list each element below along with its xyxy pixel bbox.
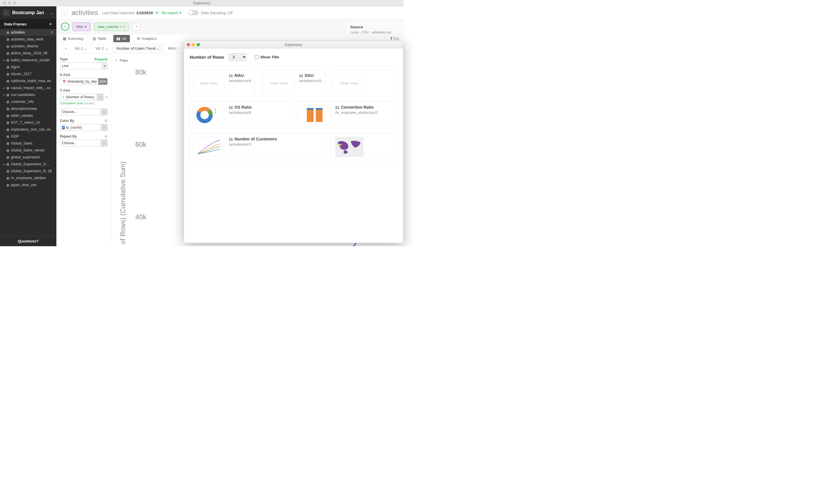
reimport-button[interactable]: Re-import ▾ <box>162 11 181 15</box>
project-back-button[interactable]: ‹ <box>3 9 10 16</box>
sidebar-item-edarf-sample[interactable]: ▦edarf_sample <box>0 112 56 119</box>
yaxis-dropdown[interactable]: #(Number of Rows)– <box>60 94 103 101</box>
table-icon: ▦ <box>6 162 9 166</box>
colorby-dropdown[interactable]: Fip_country– <box>60 124 107 131</box>
sidebar-item-csv-candidates[interactable]: ▸▦csv-candidates <box>0 91 56 98</box>
yaxis-add-dropdown[interactable]: Choose...– <box>60 108 107 115</box>
tab-viz[interactable]: ▮▮Viz <box>114 35 130 42</box>
viz-card-path: /hr_employee_attrition/viz/3 <box>335 111 378 115</box>
sidebar-item-activities-data-wide[interactable]: ▦activities_data_wide <box>0 36 56 43</box>
tab-analytics[interactable]: ⚙Analytics <box>135 34 158 43</box>
sidebar-item-global-superstore-r--16[interactable]: ▦Global_Superstore_R..16 <box>0 168 56 174</box>
dataframe-name: airline_delay_2016_08 <box>11 51 47 55</box>
new-column-step[interactable]: new_column > 1 <box>94 23 129 31</box>
sidebar-item-airline-delay-2016-08[interactable]: ▦airline_delay_2016_08 <box>0 50 56 57</box>
svg-rect-17 <box>316 109 322 122</box>
viz-picker-popup: Exploratory Number of Rows 3 Show Title … <box>184 41 404 243</box>
viz-tab-active[interactable]: Number of Users Trend ⌄ <box>113 43 164 54</box>
expand-icon: ▸ <box>3 87 6 89</box>
colorby-gear-icon[interactable]: ⚙ <box>104 119 107 123</box>
sidebar-item-bitcoin-2017[interactable]: ▦bitcoin_2017 <box>0 70 56 77</box>
sidebar-item-hr-employee-attrition[interactable]: ▦hr_employee_attrition <box>0 174 56 181</box>
viz-card-title: MAU <box>234 73 244 78</box>
show-title-checkbox[interactable] <box>255 55 259 59</box>
viz-tab-2[interactable]: Viz 2 ⌄ <box>91 43 112 54</box>
table-icon: ▦ <box>6 183 9 187</box>
viz-card-mau[interactable]: Single Value ▮▮MAU/activities/viz/4 <box>190 70 255 97</box>
svg-rect-20 <box>339 144 342 146</box>
hamburger-icon[interactable]: ≡ <box>51 30 53 34</box>
filter-step[interactable]: filter ▾ <box>72 23 91 31</box>
viz-card-convertion[interactable]: ▮▮Convertion Ratio/hr_employee_attrition… <box>296 102 397 128</box>
sidebar-item-causal-impact-web---ss[interactable]: ▸▦causal_impact_web_..ss <box>0 85 56 91</box>
dataframe-name: Global_Sales_nendo <box>11 148 44 152</box>
dataframe-name: Global_Sales <box>11 141 32 145</box>
sidebar-item-japan-time-use[interactable]: ▦japan_time_use <box>0 181 56 189</box>
xaxis-dropdown[interactable]: 📅timestamp_by_dayMON <box>60 78 107 85</box>
single-value-thumb: Single Value <box>333 73 365 93</box>
property-link[interactable]: Property <box>95 58 107 61</box>
analytics-icon: ⚙ <box>137 36 140 41</box>
viz-card-title: OS Ratio <box>234 105 252 109</box>
viz-card-map[interactable] <box>330 134 397 160</box>
sidebar-item-global-superstore-o----[interactable]: ▸▦Global_Superstore_O.... <box>0 161 56 168</box>
dataframe-name: descriptionsnew <box>11 107 37 111</box>
tab-summary[interactable]: ▦Summary <box>61 34 86 43</box>
sidebar-item-est-t-select-14[interactable]: ▦EST_T_select_14 <box>0 119 56 126</box>
chart-icon: ▮▮ <box>116 36 120 41</box>
sidebar-item-ballot-measures-cluster[interactable]: ▸▦ballot_measures_cluster <box>0 57 56 64</box>
viz-card-dau[interactable]: Single Value ▮▮DAU/activities/viz/5 <box>260 70 325 97</box>
dataframe-name: activities_data_wide <box>11 37 43 41</box>
back-button[interactable]: ‹ <box>61 9 67 16</box>
project-dropdown-button[interactable]: ⌄ <box>50 11 54 15</box>
date-icon: 📅 <box>62 80 66 83</box>
add-dataframe-button[interactable]: ＋ <box>49 22 52 27</box>
sidebar-item-customer-info[interactable]: ▦customer_info <box>0 98 56 105</box>
sidebar-item-global-sales[interactable]: ▦Global_Sales <box>0 140 56 147</box>
add-filter-button[interactable]: ＋ <box>114 58 118 63</box>
sidebar-item-bigml[interactable]: ▦bigml <box>0 64 56 70</box>
dataframe-name: exploratory_test_corr..on <box>11 128 51 132</box>
svg-rect-14 <box>215 112 216 113</box>
viz-card-extra-1[interactable]: Single Value <box>330 70 397 97</box>
sidebar-item-gdp[interactable]: ▦GDP <box>0 133 56 140</box>
add-viz-button[interactable]: ＋ <box>61 44 70 54</box>
expand-icon: ▸ <box>3 163 6 166</box>
dataframe-name: Global_Superstore_O.... <box>11 162 50 166</box>
rows-label: Number of Rows <box>190 55 224 60</box>
sidebar-item-descriptionsnew[interactable]: ▦descriptionsnew <box>0 105 56 112</box>
sampling-toggle[interactable] <box>188 10 199 15</box>
sidebar-item-activities[interactable]: ▦activities≡ <box>0 29 56 36</box>
xaxis-label: X Axis <box>60 73 70 77</box>
add-step-button[interactable]: ＋ <box>132 23 140 31</box>
repeatby-dropdown[interactable]: Choose...– <box>60 140 107 146</box>
sidebar: ‹ Bootcamp Jan ⌄ Data Frames ＋ ▦activiti… <box>0 6 56 246</box>
tab-table[interactable]: ▤Table <box>91 34 108 43</box>
project-name: Bootcamp Jan <box>12 10 50 15</box>
sidebar-item-exploratory-test-corr--on[interactable]: ▦exploratory_test_corr..on <box>0 126 56 133</box>
sidebar-item-global-sales-nendo[interactable]: ▦Global_Sales_nendo <box>0 147 56 154</box>
sidebar-item-california-ballot-mea--es[interactable]: ▦california_ballot_mea..es <box>0 77 56 85</box>
viz-tab-mau[interactable]: MAU <box>164 43 181 54</box>
repeatby-gear-icon[interactable]: ⚙ <box>104 134 107 138</box>
dataframe-name: activities <box>11 30 25 34</box>
dataframe-name: global_superstore <box>11 155 40 159</box>
dataframe-name: Global_Superstore_R..16 <box>11 169 52 173</box>
chart-type-dropdown[interactable]: Line▾ <box>60 62 107 69</box>
table-icon: ▦ <box>6 38 9 41</box>
viz-tab-1[interactable]: Viz 1 ⌄ <box>70 43 91 54</box>
refresh-icon: ⟳ <box>156 11 159 15</box>
dataframe-name: activities_lifetime <box>11 44 38 48</box>
table-icon: ▦ <box>6 31 9 34</box>
pipeline-start-button[interactable]: ＋ <box>61 23 69 31</box>
sidebar-item-global-superstore[interactable]: ▦global_superstore <box>0 154 56 161</box>
sidebar-item-activities-lifetime[interactable]: ▦activities_lifetime <box>0 43 56 50</box>
single-value-thumb: Single Value <box>193 73 225 93</box>
yaxis-menu-icon[interactable]: ≡ <box>105 95 107 99</box>
dataframe-name: japan_time_use <box>11 183 36 187</box>
rows-select[interactable]: 3 <box>229 53 247 61</box>
app-title: Exploratory <box>0 1 404 5</box>
questions-button[interactable]: Questions? <box>0 236 56 246</box>
viz-card-osratio[interactable]: ▮▮OS Ratio/activities/viz/6 <box>190 102 291 128</box>
viz-card-numcustomers[interactable]: ▮▮Number of Customers/activities/viz/3 <box>190 134 325 160</box>
